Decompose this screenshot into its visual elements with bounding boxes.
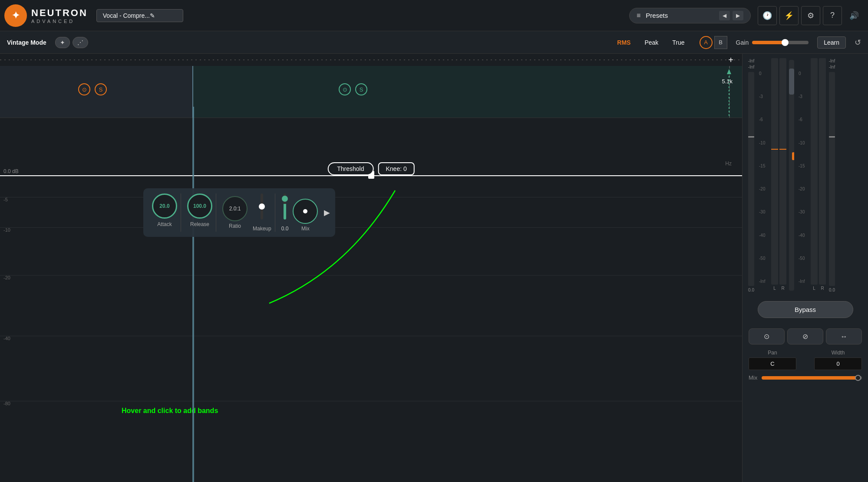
b-button[interactable]: B: [714, 36, 727, 49]
speaker-icon: 🔊: [849, 11, 859, 20]
waveform-area: ⊙ S ⊙ S 5.1k Hz: [0, 66, 742, 118]
right-meter-bar: [829, 72, 835, 286]
bypass-button[interactable]: Bypass: [758, 301, 853, 318]
left-meter-bar: [748, 72, 754, 286]
gain-slider-thumb: [782, 39, 789, 46]
help-icon: ?: [830, 11, 835, 20]
grid-label-minus5: -5: [3, 197, 8, 202]
top-icons: 🕐 ⚡ ⚙ ? 🔊: [758, 6, 864, 25]
grid-label-minus20: -20: [3, 275, 10, 280]
gain-slider[interactable]: [752, 41, 809, 44]
grid-line-minus10: [0, 227, 742, 228]
mix-slider[interactable]: [284, 193, 286, 224]
a-button[interactable]: A: [700, 36, 713, 49]
meter-scrollbar[interactable]: [789, 60, 794, 291]
makeup-track: [261, 193, 263, 220]
pan-input[interactable]: [749, 357, 796, 370]
left-main-meter: -Inf-Inf 0.0: [747, 58, 756, 292]
attack-knob[interactable]: 20.0: [152, 193, 177, 219]
r-meter-peak: [779, 149, 786, 150]
bottom-controls: Bypass ⊙ ⊘ ↔ Pan Width M: [743, 297, 868, 385]
band1-bypass-icon[interactable]: ⊙: [78, 83, 90, 95]
settings-button[interactable]: ⚙: [801, 6, 820, 25]
r2-label: R: [821, 286, 824, 291]
learn-button[interactable]: Learn: [817, 36, 846, 49]
true-button[interactable]: True: [666, 37, 690, 48]
mix-knob[interactable]: [293, 199, 318, 224]
r2-meter-bar: [819, 58, 826, 285]
grid-label-minus40: -40: [3, 336, 10, 341]
grid-label-minus80: -80: [3, 401, 10, 406]
band2-solo-icon[interactable]: S: [355, 83, 367, 95]
help-button[interactable]: ?: [823, 6, 842, 25]
ratio-knob[interactable]: 2.0:1: [222, 196, 248, 221]
history-button[interactable]: 🕐: [758, 6, 777, 25]
r-label: R: [781, 286, 784, 291]
logo-area: ✦ NEUTRON ADVANCED: [4, 4, 88, 27]
hint-text: Hover and click to add bands: [122, 407, 218, 415]
mix-section: 0.0 Mix: [278, 193, 322, 232]
right-panel: -Inf-Inf 0.0 0 -3 -6 -10 -15 -20 -30 -40…: [742, 54, 868, 482]
band-divider-handle[interactable]: [192, 107, 194, 482]
mix-slider-thumb: [855, 375, 861, 381]
l-meter-peak: [771, 149, 778, 150]
peak-button[interactable]: Peak: [638, 37, 664, 48]
orange-indicator: [792, 152, 794, 160]
knee-pill: Knee: 0: [378, 162, 414, 175]
band2-icons: ⊙ S: [339, 83, 367, 95]
add-band-button[interactable]: +: [728, 55, 733, 65]
compressor-area: + ⊙ S ⊙ S 5.1k Hz: [0, 54, 742, 482]
width-section: Width: [814, 350, 862, 370]
speaker-button[interactable]: 🔊: [845, 6, 864, 25]
threshold-pill[interactable]: Threshold: [327, 162, 373, 175]
release-knob[interactable]: 100.0: [187, 193, 212, 219]
preset-next-button[interactable]: ▶: [733, 11, 743, 20]
icon-row: ⊙ ⊘ ↔: [749, 328, 862, 344]
l2-label: L: [813, 286, 815, 291]
mode-icon-chain[interactable]: ⋰: [73, 37, 88, 48]
grid-line-minus5: [0, 197, 742, 197]
left-meter-inf-top: -Inf-Inf: [748, 58, 754, 70]
width-input[interactable]: [814, 357, 862, 370]
mode-icon-person[interactable]: ✦: [55, 37, 70, 48]
mode-icons: ✦ ⋰: [55, 37, 88, 48]
left-meter-indicator: [748, 136, 754, 138]
mix-row: Mix: [749, 374, 862, 381]
vintage-mode-label: Vintage Mode: [7, 39, 46, 46]
gain-label: Gain: [736, 39, 749, 46]
l-label: L: [773, 286, 776, 291]
makeup-slider[interactable]: [261, 193, 263, 224]
makeup-thumb: [259, 203, 265, 210]
reset-button[interactable]: ↺: [855, 38, 861, 47]
pan-width-row: Pan Width: [749, 350, 862, 370]
preset-selector[interactable]: Vocal - Compre...✎: [96, 9, 183, 22]
stereo-icon-button[interactable]: ↔: [826, 328, 862, 344]
right-meter-bottom: 0.0: [829, 288, 835, 292]
rms-button[interactable]: RMS: [611, 37, 637, 48]
bolt-button[interactable]: ⚡: [779, 6, 799, 25]
attack-group: 20.0 Attack: [149, 193, 181, 232]
meter-scale: 0 -3 -6 -10 -15 -20 -30 -40 -50 -Inf: [757, 58, 769, 292]
freq-dots-row: +: [0, 54, 742, 66]
preset-prev-button[interactable]: ◀: [719, 11, 730, 20]
release-label: Release: [190, 221, 209, 227]
band1-solo-icon[interactable]: S: [95, 83, 107, 95]
meter-section: -Inf-Inf 0.0 0 -3 -6 -10 -15 -20 -30 -40…: [743, 54, 868, 297]
controls-next-button[interactable]: ▶: [324, 208, 330, 217]
knee-value: 0: [403, 165, 407, 172]
bolt-icon: ⚡: [784, 11, 794, 20]
release-group: 100.0 Release: [184, 193, 216, 232]
lr-meter-group1: L R: [771, 58, 786, 292]
mix-slider-track[interactable]: [762, 376, 862, 380]
gain-section: Gain: [736, 39, 809, 46]
right-meter-inf-top: -Inf-Inf: [829, 58, 835, 70]
freq-value-label: 5.1k: [722, 78, 733, 85]
release-value: 100.0: [193, 203, 206, 209]
link-icon-button[interactable]: ⊙: [749, 328, 785, 344]
phase-icon-button[interactable]: ⊘: [787, 328, 823, 344]
brand-text: NEUTRON ADVANCED: [31, 7, 88, 24]
presets-label: Presets: [646, 12, 716, 19]
pan-section: Pan: [749, 350, 796, 370]
band2-bypass-icon[interactable]: ⊙: [339, 83, 351, 95]
freq-dots: [0, 59, 742, 60]
